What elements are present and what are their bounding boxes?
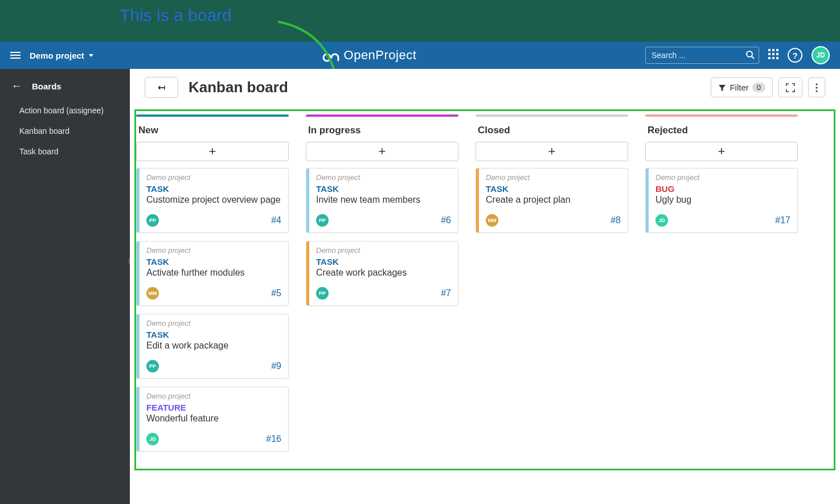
kebab-icon xyxy=(816,83,818,92)
card-project: Demo project xyxy=(146,246,281,255)
column-title: Rejected xyxy=(648,125,798,136)
column-title: New xyxy=(138,125,289,136)
svg-rect-8 xyxy=(776,53,778,55)
assignee-avatar: MM xyxy=(146,287,159,300)
assignee-avatar: MM xyxy=(486,214,498,227)
card-id: #17 xyxy=(775,215,790,226)
svg-rect-5 xyxy=(776,49,778,51)
board-toolbar: ↤ Kanban board Filter 0 xyxy=(130,69,840,106)
menu-icon[interactable] xyxy=(10,52,21,59)
filter-icon xyxy=(718,84,726,92)
card-title: Create work packages xyxy=(316,268,451,278)
board-column: In progress+Demo projectTASKInvite new t… xyxy=(306,114,458,314)
filter-count: 0 xyxy=(752,83,765,92)
user-avatar[interactable]: JD xyxy=(812,46,830,64)
card-title: Customize project overview page xyxy=(146,195,281,205)
svg-point-14 xyxy=(816,90,817,92)
sidebar-item[interactable]: Action board (assignee) xyxy=(0,100,130,121)
board-back-button[interactable]: ↤ xyxy=(145,77,178,98)
assignee-avatar: JD xyxy=(146,433,159,445)
card-title: Wonderful feature xyxy=(146,413,281,424)
annotation-banner: This is a board xyxy=(0,0,840,42)
board-column: New+Demo projectTASKCustomize project ov… xyxy=(136,114,289,460)
fullscreen-icon xyxy=(786,83,795,92)
assignee-avatar: PP xyxy=(316,287,329,300)
card-type: TASK xyxy=(146,257,281,267)
card-type: FEATURE xyxy=(146,403,281,412)
card-title: Ugly bug xyxy=(655,195,790,205)
svg-line-2 xyxy=(752,56,754,59)
sidebar-back-icon[interactable]: ← xyxy=(11,80,22,92)
card-type: TASK xyxy=(316,184,451,194)
svg-rect-6 xyxy=(768,53,771,55)
svg-point-12 xyxy=(816,83,817,85)
assignee-avatar: PP xyxy=(146,360,159,372)
board-column: Rejected+Demo projectBUGUgly bugJD#17 xyxy=(645,114,798,241)
card-id: #16 xyxy=(266,434,281,444)
card-project: Demo project xyxy=(146,173,281,182)
card-type: TASK xyxy=(146,330,281,339)
kanban-card[interactable]: Demo projectTASKActivate further modules… xyxy=(136,241,289,306)
svg-rect-4 xyxy=(772,49,775,51)
sidebar-title: Boards xyxy=(32,81,62,91)
project-selector[interactable]: Demo project xyxy=(30,51,93,60)
column-title: Closed xyxy=(478,125,628,136)
add-card-button[interactable]: + xyxy=(645,142,798,161)
sidebar-item[interactable]: Task board xyxy=(0,141,130,162)
kanban-card[interactable]: Demo projectTASKInvite new team membersP… xyxy=(306,168,458,233)
column-title: In progress xyxy=(308,125,458,136)
filter-button[interactable]: Filter 0 xyxy=(711,77,773,97)
svg-rect-3 xyxy=(768,49,771,51)
board-title: Kanban board xyxy=(189,79,288,96)
kanban-card[interactable]: Demo projectFEATUREWonderful featureJD#1… xyxy=(136,387,289,452)
card-title: Activate further modules xyxy=(146,268,281,278)
kanban-card[interactable]: Demo projectTASKCreate a project planMM#… xyxy=(476,168,628,233)
kanban-card[interactable]: Demo projectTASKCustomize project overvi… xyxy=(136,168,289,233)
svg-rect-10 xyxy=(772,57,775,59)
card-project: Demo project xyxy=(146,392,281,400)
card-project: Demo project xyxy=(655,173,790,182)
more-menu-button[interactable] xyxy=(808,77,825,97)
kanban-card[interactable]: Demo projectTASKCreate work packagesPP#7 xyxy=(306,241,458,306)
annotation-text: This is a board xyxy=(120,6,232,25)
search-icon[interactable] xyxy=(745,50,755,62)
card-title: Invite new team members xyxy=(316,195,451,205)
search-input[interactable] xyxy=(645,47,759,64)
filter-label: Filter xyxy=(730,83,748,92)
board-column: Closed+Demo projectTASKCreate a project … xyxy=(476,114,628,241)
sidebar-item[interactable]: Kanban board xyxy=(0,121,130,141)
card-title: Create a project plan xyxy=(486,195,621,205)
card-id: #5 xyxy=(271,288,281,298)
assignee-avatar: PP xyxy=(316,214,329,227)
card-type: TASK xyxy=(316,257,451,267)
kanban-card[interactable]: Demo projectBUGUgly bugJD#17 xyxy=(645,168,798,233)
svg-rect-9 xyxy=(768,57,771,59)
column-color-bar xyxy=(645,114,798,117)
fullscreen-button[interactable] xyxy=(778,77,802,97)
card-project: Demo project xyxy=(316,246,451,255)
kanban-card[interactable]: Demo projectTASKEdit a work packagePP#9 xyxy=(136,314,289,379)
svg-rect-11 xyxy=(776,57,778,59)
add-card-button[interactable]: + xyxy=(306,142,458,161)
card-project: Demo project xyxy=(486,173,621,182)
board-area: New+Demo projectTASKCustomize project ov… xyxy=(134,109,835,470)
main-content: ↤ Kanban board Filter 0 New+Demo project… xyxy=(130,69,840,504)
column-color-bar xyxy=(136,114,289,117)
help-icon[interactable]: ? xyxy=(788,48,802,63)
add-card-button[interactable]: + xyxy=(476,142,628,161)
svg-point-13 xyxy=(816,87,817,88)
apps-grid-icon[interactable] xyxy=(768,49,778,62)
card-id: #4 xyxy=(271,215,281,226)
topbar: Demo project OpenProject ? JD xyxy=(0,42,840,69)
svg-rect-7 xyxy=(772,53,775,55)
card-project: Demo project xyxy=(146,319,281,327)
chevron-down-icon xyxy=(89,54,93,57)
assignee-avatar: JD xyxy=(655,214,668,227)
column-color-bar xyxy=(476,114,628,117)
card-id: #8 xyxy=(610,215,621,226)
add-card-button[interactable]: + xyxy=(136,142,289,161)
brand-text: OpenProject xyxy=(344,48,417,63)
card-type: TASK xyxy=(486,184,621,194)
assignee-avatar: PP xyxy=(146,214,159,227)
sidebar: ← Boards Action board (assignee)Kanban b… xyxy=(0,69,130,504)
